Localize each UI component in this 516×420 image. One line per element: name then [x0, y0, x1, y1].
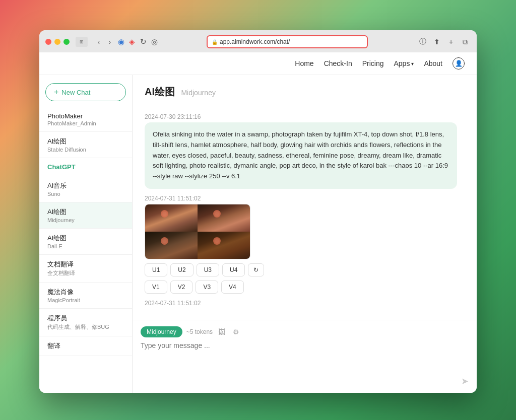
sidebar-item-translate[interactable]: 翻译	[39, 336, 132, 356]
main-layout: New Chat PhotoMaker PhotoMaker_Admin AI绘…	[39, 75, 477, 393]
sidebar-item-doc-translate[interactable]: 文档翻译 全文档翻译	[39, 255, 132, 283]
nav-apps[interactable]: Apps	[394, 59, 414, 67]
sidebar-item-subtitle: Midjourney	[47, 217, 124, 223]
window-control-icon[interactable]: ⊞	[76, 37, 88, 47]
back-button[interactable]: ‹	[94, 37, 104, 47]
sidebar-item-subtitle: Stable Diffusion	[47, 147, 124, 153]
action-buttons-row2: V1 V2 V3 V4	[145, 281, 465, 294]
sidebar-item-photomaker[interactable]: PhotoMaker PhotoMaker_Admin	[39, 107, 132, 132]
url-text: app.aimindwork.com/chat/	[220, 38, 290, 45]
new-tab-icon[interactable]: +	[445, 36, 457, 47]
sidebar-item-subtitle: Suno	[47, 191, 124, 197]
chat-area: AI绘图 Midjourney 2024-07-30 23:11:16 Ofel…	[133, 75, 477, 393]
u2-button[interactable]: U2	[170, 263, 193, 276]
image-cell-2	[198, 204, 250, 232]
sidebar-item-title: ChatGPT	[47, 163, 124, 171]
sidebar-item-title: 翻译	[47, 341, 124, 351]
user-icon[interactable]: 👤	[453, 57, 465, 69]
address-bar[interactable]: 🔒 app.aimindwork.com/chat/	[207, 35, 368, 48]
nav-about[interactable]: About	[424, 59, 442, 67]
v1-button[interactable]: V1	[145, 281, 167, 294]
sidebar-item-title: 文档翻译	[47, 260, 124, 269]
new-chat-button[interactable]: New Chat	[45, 83, 126, 101]
page-content: Home Check-In Pricing Apps About 👤 New C…	[39, 52, 477, 393]
message-image-container	[145, 204, 465, 259]
sidebar-item-dalle[interactable]: AI绘图 Dall-E	[39, 229, 132, 255]
message-timestamp-1: 2024-07-30 23:11:16	[145, 113, 465, 120]
image-upload-icon[interactable]: 🖼	[217, 327, 227, 337]
image-cell-3	[145, 232, 198, 259]
send-button[interactable]: ➤	[461, 376, 469, 387]
v2-button[interactable]: V2	[170, 281, 193, 294]
message-2: 2024-07-31 11:51:02 U1 U2	[145, 195, 465, 294]
action-buttons-row1: U1 U2 U3 U4 ↻	[145, 263, 465, 276]
sidebar-item-title: 程序员	[47, 314, 124, 323]
minimize-button[interactable]	[54, 39, 60, 45]
sidebar: New Chat PhotoMaker PhotoMaker_Admin AI绘…	[39, 75, 133, 393]
sidebar-item-subtitle: PhotoMaker_Admin	[47, 120, 124, 126]
refresh-button[interactable]: ↻	[248, 263, 264, 276]
sidebar-item-title: PhotoMaker	[47, 112, 124, 120]
sidebar-item-magic-portrait[interactable]: 魔法肖像 MagicPortrait	[39, 283, 132, 309]
browser-controls: ⊞	[76, 37, 88, 47]
browser-icon-4: ◎	[149, 37, 159, 47]
sidebar-item-subtitle: 全文档翻译	[47, 269, 124, 277]
nav-home[interactable]: Home	[295, 59, 313, 67]
chat-title: AI绘图	[145, 86, 175, 97]
info-icon[interactable]: ⓘ	[417, 36, 428, 47]
lock-icon: 🔒	[212, 39, 218, 45]
sidebar-item-chatgpt[interactable]: ChatGPT	[39, 158, 132, 176]
browser-icon-2: ◈	[127, 37, 137, 47]
image-cell-4	[198, 232, 250, 259]
sidebar-item-title: AI绘图	[47, 137, 124, 146]
sidebar-item-title: AI绘图	[47, 234, 124, 243]
sidebar-item-subtitle: MagicPortrait	[47, 297, 124, 303]
browser-chrome: ⊞ ‹ › ◉ ◈ ↻ ◎ 🔒 app.aimindwork.com/chat/…	[39, 30, 477, 52]
sidebar-item-title: 魔法肖像	[47, 288, 124, 297]
browser-icon-1: ◉	[116, 37, 126, 47]
sidebar-item-title: AI绘图	[47, 207, 124, 217]
message-1: 2024-07-30 23:11:16 Ofelia sinking into …	[145, 113, 465, 189]
sidebar-item-title: AI音乐	[47, 181, 124, 190]
generated-image[interactable]	[145, 204, 250, 259]
forward-button[interactable]: ›	[105, 37, 115, 47]
model-badge[interactable]: Midjourney	[141, 326, 182, 337]
chat-header: AI绘图 Midjourney	[133, 75, 477, 105]
share-icon[interactable]: ⬆	[431, 36, 442, 47]
chat-input-toolbar: Midjourney ~5 tokens 🖼 ⚙	[141, 326, 469, 337]
traffic-lights	[45, 39, 70, 45]
message-timestamp-3: 2024-07-31 11:51:02	[145, 300, 465, 307]
chat-input[interactable]	[141, 341, 469, 372]
nav-checkin[interactable]: Check-In	[324, 59, 352, 67]
message-bubble-1: Ofelia sinking into the water in a swamp…	[145, 122, 457, 189]
nav-pricing[interactable]: Pricing	[362, 59, 384, 67]
top-nav: Home Check-In Pricing Apps About 👤	[39, 52, 477, 75]
chat-subtitle: Midjourney	[181, 89, 215, 97]
close-button[interactable]	[45, 39, 51, 45]
u1-button[interactable]: U1	[145, 263, 167, 276]
v4-button[interactable]: V4	[221, 281, 244, 294]
browser-icon-3: ↻	[138, 37, 148, 47]
token-info: ~5 tokens	[186, 328, 213, 335]
browser-window: ⊞ ‹ › ◉ ◈ ↻ ◎ 🔒 app.aimindwork.com/chat/…	[39, 30, 477, 393]
browser-actions-right: ⓘ ⬆ + ⧉	[417, 36, 471, 47]
tabs-icon[interactable]: ⧉	[460, 36, 471, 47]
message-timestamp-2: 2024-07-31 11:51:02	[145, 195, 465, 202]
u4-button[interactable]: U4	[222, 263, 245, 276]
u3-button[interactable]: U3	[197, 263, 219, 276]
sidebar-item-suno[interactable]: AI音乐 Suno	[39, 176, 132, 202]
sidebar-item-programmer[interactable]: 程序员 代码生成、解释、修BUG	[39, 309, 132, 336]
chat-messages: 2024-07-30 23:11:16 Ofelia sinking into …	[133, 105, 477, 320]
chat-input-area: Midjourney ~5 tokens 🖼 ⚙ ➤	[133, 320, 477, 393]
image-cell-1	[145, 204, 198, 232]
nav-buttons: ‹ › ◉ ◈ ↻ ◎	[94, 37, 159, 47]
sidebar-item-stable-diffusion[interactable]: AI绘图 Stable Diffusion	[39, 132, 132, 158]
sidebar-item-midjourney[interactable]: AI绘图 Midjourney	[39, 202, 132, 229]
sidebar-item-subtitle: Dall-E	[47, 243, 124, 249]
settings-icon[interactable]: ⚙	[231, 327, 241, 337]
sidebar-item-subtitle: 代码生成、解释、修BUG	[47, 323, 124, 331]
address-bar-wrapper: 🔒 app.aimindwork.com/chat/	[167, 35, 407, 48]
v3-button[interactable]: V3	[196, 281, 218, 294]
maximize-button[interactable]	[63, 39, 70, 45]
message-3: 2024-07-31 11:51:02	[145, 300, 465, 309]
